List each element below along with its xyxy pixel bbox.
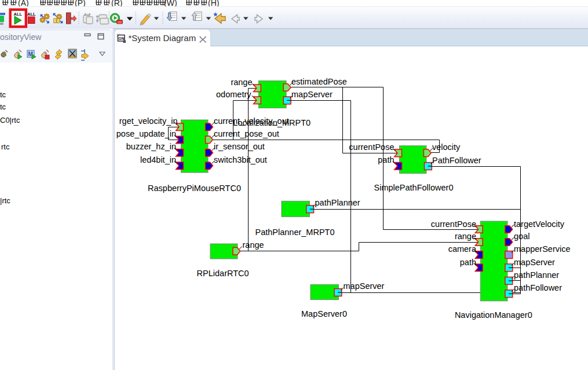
svg-text:pathPlanner: pathPlanner	[315, 198, 360, 207]
svg-text:velocity: velocity	[432, 142, 461, 152]
svg-text:NavigationManager0: NavigationManager0	[455, 310, 532, 320]
svg-text:goal: goal	[514, 232, 529, 241]
svg-text:MapServer0: MapServer0	[301, 309, 347, 318]
svg-text:range: range	[455, 232, 476, 241]
svg-text:mapServer: mapServer	[344, 281, 385, 291]
svg-text:currentPose: currentPose	[431, 219, 476, 229]
svg-text:pathPlanner: pathPlanner	[514, 270, 559, 280]
svg-text:mapperService: mapperService	[514, 244, 571, 254]
svg-text:pose_update_in: pose_update_in	[116, 129, 176, 138]
svg-text:camera: camera	[448, 244, 477, 254]
svg-text:switch3bit_out: switch3bit_out	[214, 155, 267, 164]
svg-text:ALL: ALL	[14, 12, 23, 17]
svg-text:estimatedPose: estimatedPose	[291, 77, 347, 86]
svg-text:SimplePathFollower0: SimplePathFollower0	[374, 183, 453, 192]
svg-text:ir_sensor_out: ir_sensor_out	[214, 142, 265, 151]
svg-text:PathFollower: PathFollower	[432, 156, 481, 165]
svg-text:RaspberryPiMouseRTC0: RaspberryPiMouseRTC0	[148, 184, 241, 193]
svg-text:led4bit_in: led4bit_in	[140, 155, 176, 164]
svg-text:mapServer: mapServer	[291, 90, 333, 99]
svg-text:currentPose: currentPose	[349, 142, 394, 152]
svg-text:targetVelocity: targetVelocity	[514, 219, 565, 229]
svg-text:path: path	[460, 258, 476, 267]
svg-text:RPLidarRTC0: RPLidarRTC0	[197, 269, 249, 278]
svg-text:PathPlanner_MRPT0: PathPlanner_MRPT0	[255, 228, 334, 237]
svg-text:mapServer: mapServer	[514, 258, 555, 267]
svg-text:rget_velocity_in: rget_velocity_in	[119, 116, 178, 126]
svg-text:ALL: ALL	[27, 12, 36, 17]
svg-text:current_pose_out: current_pose_out	[214, 129, 279, 138]
svg-text:range: range	[231, 78, 252, 87]
svg-text:Localization_MRPT0: Localization_MRPT0	[233, 118, 311, 127]
svg-text:range: range	[243, 240, 264, 250]
svg-text:ON: ON	[119, 36, 125, 41]
svg-text:pathFollower: pathFollower	[514, 283, 562, 292]
svg-text:path: path	[378, 155, 394, 164]
svg-text:odometry: odometry	[216, 90, 251, 99]
svg-text:buzzer_hz_in: buzzer_hz_in	[126, 142, 176, 151]
